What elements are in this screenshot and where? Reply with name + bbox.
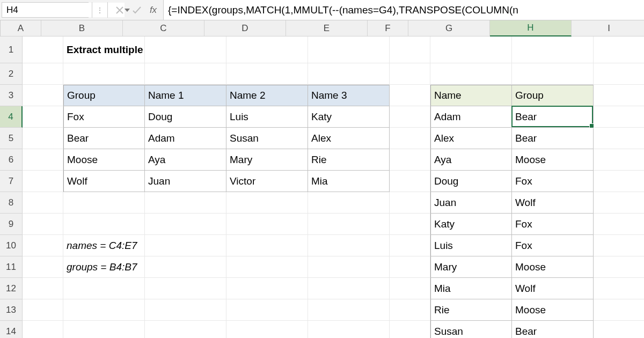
cell-I5[interactable] [594,128,644,149]
cell-E10[interactable] [308,235,390,256]
cell-C12[interactable] [145,278,226,299]
cell-D6[interactable]: Mary [226,149,308,171]
cell-G12[interactable]: Mia [430,278,512,299]
cell-H2[interactable] [512,63,594,85]
cell-G7[interactable]: Doug [430,171,512,192]
cell-B7[interactable]: Wolf [63,171,145,192]
cell-A4[interactable] [23,106,63,128]
cell-I4[interactable] [594,106,644,128]
cell-G14[interactable]: Susan [430,321,512,338]
cancel-button[interactable] [111,0,128,20]
cell-H11[interactable]: Moose [512,256,594,278]
cell-C11[interactable] [145,256,226,278]
cell-D5[interactable]: Susan [226,128,308,149]
cell-G1[interactable] [430,36,512,63]
cell-F10[interactable] [390,235,430,256]
cell-I12[interactable] [594,278,644,299]
cell-G10[interactable]: Luis [430,235,512,256]
cell-H5[interactable]: Bear [512,128,594,149]
cell-B13[interactable] [63,299,145,321]
cell-F13[interactable] [390,299,430,321]
cell-H12[interactable]: Wolf [512,278,594,299]
cell-B14[interactable] [63,321,145,338]
cell-D14[interactable] [226,321,308,338]
cell-F7[interactable] [390,171,430,192]
cell-F5[interactable] [390,128,430,149]
cell-H6[interactable]: Moose [512,149,594,171]
cell-D12[interactable] [226,278,308,299]
col-header-D[interactable]: D [204,20,286,36]
row-header-2[interactable]: 2 [0,63,23,85]
cell-D10[interactable] [226,235,308,256]
cell-A8[interactable] [23,192,63,214]
cell-B10[interactable]: names = C4:E7 [63,235,145,256]
confirm-button[interactable] [128,0,145,20]
cell-A6[interactable] [23,149,63,171]
cell-I6[interactable] [594,149,644,171]
cell-E9[interactable] [308,214,390,235]
cell-C4[interactable]: Doug [145,106,226,128]
cell-E3[interactable]: Name 3 [308,85,390,106]
cell-I8[interactable] [594,192,644,214]
row-header-7[interactable]: 7 [0,171,23,192]
cell-E1[interactable] [308,36,390,63]
cell-I7[interactable] [594,171,644,192]
cell-B11[interactable]: groups = B4:B7 [63,256,145,278]
cell-D13[interactable] [226,299,308,321]
cell-B1[interactable]: Extract multiple matches into separate c… [63,36,145,63]
cell-F3[interactable] [390,85,430,106]
cell-A14[interactable] [23,321,63,338]
cell-F1[interactable] [390,36,430,63]
formula-input[interactable]: {=INDEX(groups,MATCH(1,MMULT(--(names=G4… [164,0,644,20]
cell-B9[interactable] [63,214,145,235]
col-header-E[interactable]: E [286,20,368,36]
cell-F4[interactable] [390,106,430,128]
cell-D3[interactable]: Name 2 [226,85,308,106]
cell-F6[interactable] [390,149,430,171]
row-header-11[interactable]: 11 [0,256,23,278]
cell-A12[interactable] [23,278,63,299]
cell-A7[interactable] [23,171,63,192]
cell-H1[interactable] [512,36,594,63]
cell-E8[interactable] [308,192,390,214]
cell-E5[interactable]: Alex [308,128,390,149]
cell-H10[interactable]: Fox [512,235,594,256]
cell-B5[interactable]: Bear [63,128,145,149]
cell-C6[interactable]: Aya [145,149,226,171]
cell-F8[interactable] [390,192,430,214]
cell-D11[interactable] [226,256,308,278]
cell-I2[interactable] [594,63,644,85]
cell-I3[interactable] [594,85,644,106]
cell-B6[interactable]: Moose [63,149,145,171]
cell-G13[interactable]: Rie [430,299,512,321]
cell-I10[interactable] [594,235,644,256]
cell-E11[interactable] [308,256,390,278]
cell-C14[interactable] [145,321,226,338]
cell-E4[interactable]: Katy [308,106,390,128]
cell-B12[interactable] [63,278,145,299]
cell-H14[interactable]: Bear [512,321,594,338]
cell-F12[interactable] [390,278,430,299]
cell-D7[interactable]: Victor [226,171,308,192]
cell-D4[interactable]: Luis [226,106,308,128]
cell-C2[interactable] [145,63,226,85]
cell-E7[interactable]: Mia [308,171,390,192]
cell-D9[interactable] [226,214,308,235]
cell-H9[interactable]: Fox [512,214,594,235]
cell-H4[interactable]: Bear [512,106,594,128]
cell-G4[interactable]: Adam [430,106,512,128]
cell-C5[interactable]: Adam [145,128,226,149]
cell-B4[interactable]: Fox [63,106,145,128]
row-header-3[interactable]: 3 [0,85,23,106]
expand-dots-icon[interactable]: ⋮ [96,0,104,20]
row-header-12[interactable]: 12 [0,278,23,299]
cell-I1[interactable] [594,36,644,63]
col-header-I[interactable]: I [572,20,644,36]
cell-I14[interactable] [594,321,644,338]
col-header-G[interactable]: G [408,20,490,36]
cell-C3[interactable]: Name 1 [145,85,226,106]
cell-A3[interactable] [23,85,63,106]
cell-H3[interactable]: Group [512,85,594,106]
cell-A11[interactable] [23,256,63,278]
cell-G3[interactable]: Name [430,85,512,106]
